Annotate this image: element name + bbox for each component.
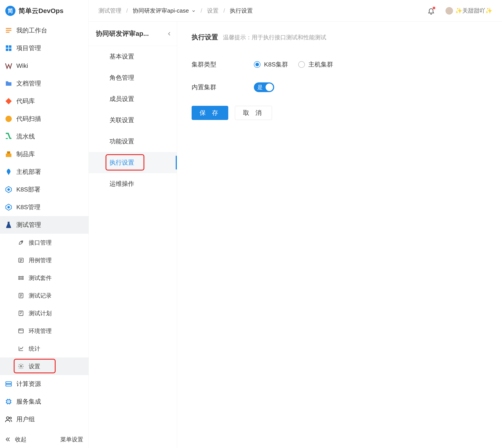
folder-icon (5, 80, 12, 87)
nav-artifact[interactable]: 制品库 (0, 145, 89, 163)
settings-tab-basic[interactable]: 基本设置 (89, 46, 177, 67)
settings-tab-link[interactable]: 关联设置 (89, 110, 177, 131)
svg-rect-17 (19, 278, 20, 279)
nav-test-env[interactable]: 环境管理 (0, 322, 89, 340)
svg-point-14 (21, 241, 22, 242)
svg-rect-24 (6, 382, 12, 384)
svg-rect-3 (6, 45, 8, 48)
nav-k8sdeploy[interactable]: K8S部署 (0, 181, 89, 198)
nav-repo[interactable]: 代码库 (0, 92, 89, 110)
main-area: 测试管理 / 协同研发评审api-case / 设置 / 执行设置 ✨关甜甜吖✨… (89, 0, 502, 448)
settings-tab-member[interactable]: 成员设置 (89, 88, 177, 110)
svg-rect-18 (22, 276, 23, 277)
settings-tab-role[interactable]: 角色管理 (89, 67, 177, 88)
chip-icon (5, 398, 12, 405)
notification-bell[interactable] (427, 7, 435, 15)
nav-test-suite[interactable]: 测试套件 (0, 269, 89, 287)
avatar (445, 7, 453, 15)
svg-point-27 (6, 417, 9, 419)
chart-icon (17, 345, 25, 352)
svg-rect-2 (6, 32, 10, 33)
svg-rect-8 (6, 154, 12, 157)
rocket-sm-icon (17, 239, 25, 246)
row-builtin-cluster: 内置集群 是 (192, 82, 487, 92)
panel-header: 执行设置 温馨提示：用于执行接口测试和性能测试 (192, 33, 487, 42)
content: 协同研发评审ap... 基本设置 角色管理 成员设置 关联设置 功能设置 执行设… (89, 22, 502, 448)
nav-scan[interactable]: 代码扫描 (0, 110, 89, 128)
nav-test-settings[interactable]: 设置 (0, 357, 89, 375)
nav-test-record[interactable]: 测试记录 (0, 287, 89, 304)
code-icon (5, 97, 12, 105)
nav-test-plan[interactable]: 测试计划 (0, 304, 89, 322)
nav-test[interactable]: 测试管理 (0, 216, 89, 234)
svg-rect-5 (6, 48, 8, 51)
panel-title: 执行设置 (192, 33, 218, 42)
wheel-icon (5, 186, 12, 193)
plan-icon (17, 309, 25, 317)
label-builtin-cluster: 内置集群 (192, 83, 254, 92)
crumb-sep: / (200, 7, 203, 14)
crumb-project-dropdown[interactable]: 协同研发评审api-case (133, 7, 196, 15)
rocket-icon (5, 168, 12, 176)
settings-tab-ops[interactable]: 运维操作 (89, 173, 177, 194)
nav-k8smgmt[interactable]: K8S管理 (0, 198, 89, 216)
svg-rect-1 (6, 30, 12, 31)
label-cluster-type: 集群类型 (192, 60, 254, 69)
svg-rect-6 (9, 48, 11, 51)
collapse-icon (5, 436, 11, 443)
user-menu[interactable]: ✨关甜甜吖✨ (445, 7, 492, 15)
panel-hint: 温馨提示：用于执行接口测试和性能测试 (223, 33, 326, 41)
brand[interactable]: 简 简单云DevOps (0, 0, 89, 22)
nav-wiki[interactable]: Wiki (0, 57, 89, 75)
switch-knob (266, 83, 273, 91)
save-button[interactable]: 保 存 (192, 106, 228, 120)
svg-rect-4 (9, 45, 11, 48)
row-cluster-type: 集群类型 K8S集群 主机集群 (192, 60, 487, 69)
crumb-test[interactable]: 测试管理 (98, 7, 122, 15)
crumb-settings[interactable]: 设置 (207, 7, 219, 15)
list-icon (17, 256, 25, 264)
pipeline-icon (5, 133, 12, 140)
topbar: 测试管理 / 协同研发评审api-case / 设置 / 执行设置 ✨关甜甜吖✨ (89, 0, 502, 22)
project-icon (5, 44, 12, 52)
nav-test-case[interactable]: 用例管理 (0, 251, 89, 269)
brand-name: 简单云DevOps (18, 6, 63, 16)
nav-test-api[interactable]: 接口管理 (0, 234, 89, 251)
svg-rect-16 (19, 276, 20, 277)
menu-settings-link[interactable]: 菜单设置 (60, 436, 83, 443)
crumb-exec: 执行设置 (230, 7, 253, 15)
nav-pipeline[interactable]: 流水线 (0, 128, 89, 145)
svg-rect-22 (19, 329, 23, 333)
radio-k8s-cluster[interactable]: K8S集群 (254, 60, 288, 69)
sidebar-footer: 收起 菜单设置 (0, 431, 89, 448)
flask-icon (5, 221, 12, 229)
users-icon (5, 416, 12, 423)
brand-logo-icon: 简 (5, 6, 15, 16)
builtin-cluster-switch[interactable]: 是 (254, 82, 274, 92)
svg-rect-26 (7, 400, 11, 404)
nav-project[interactable]: 项目管理 (0, 39, 89, 57)
primary-nav: 我的工作台 项目管理 Wiki 文档管理 代码库 代码扫描 流水线 制品库 主机… (0, 22, 89, 431)
nav-docs[interactable]: 文档管理 (0, 75, 89, 92)
radio-host-cluster[interactable]: 主机集群 (298, 60, 333, 69)
cluster-type-radio-group: K8S集群 主机集群 (254, 60, 333, 69)
nav-users[interactable]: 用户组 (0, 410, 89, 428)
nav-integ[interactable]: 服务集成 (0, 393, 89, 410)
sidebar-collapse-toggle[interactable]: 收起 (5, 436, 27, 443)
nav-host[interactable]: 主机部署 (0, 163, 89, 181)
cancel-button[interactable]: 取 消 (235, 106, 272, 120)
settings-tab-exec[interactable]: 执行设置 (89, 152, 177, 173)
settings-collapse-button[interactable] (165, 30, 173, 38)
nav-workbench[interactable]: 我的工作台 (0, 22, 89, 39)
svg-point-23 (20, 366, 22, 367)
svg-point-28 (10, 417, 12, 419)
nav-test-stat[interactable]: 统计 (0, 340, 89, 357)
switch-on-label: 是 (258, 84, 263, 91)
svg-rect-9 (7, 151, 10, 154)
nav-compute[interactable]: 计算资源 (0, 375, 89, 393)
crumb-sep: / (125, 7, 129, 14)
settings-nav: 基本设置 角色管理 成员设置 关联设置 功能设置 执行设置 运维操作 (89, 46, 177, 194)
settings-tab-feature[interactable]: 功能设置 (89, 131, 177, 152)
radio-dot-icon (254, 61, 260, 68)
radio-dot-icon (298, 61, 305, 68)
